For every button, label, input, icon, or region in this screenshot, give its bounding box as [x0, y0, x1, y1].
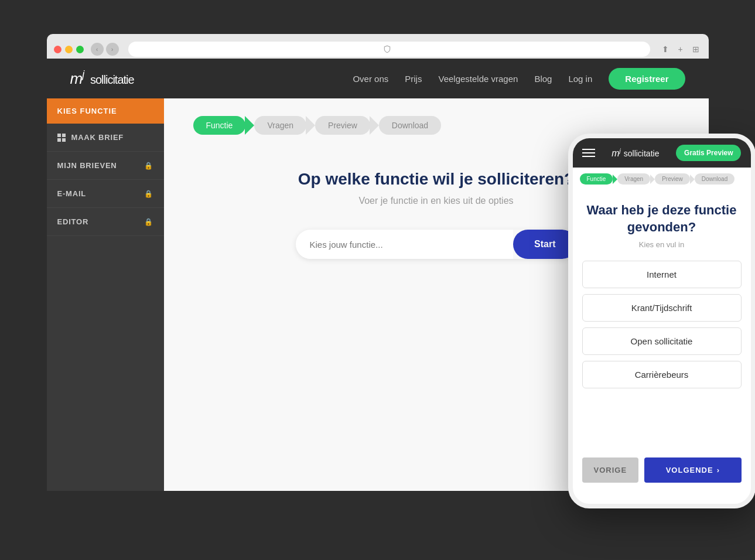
tab-icon[interactable]: ⊞ [690, 43, 702, 55]
logo-text: mj sollicitatie [70, 69, 134, 88]
close-dot[interactable] [54, 46, 62, 53]
nav-links: Over ons Prijs Veelgestelde vragen Blog … [353, 68, 685, 90]
mobile-navbar: mj sollicitatie Gratis Preview [573, 138, 751, 168]
bookmark-icon[interactable]: + [675, 43, 686, 55]
mobile-logo-script: mj [611, 148, 621, 158]
browser-window: ‹ › ⬆ + ⊞ mj sollicitatie Over ons Prijs [47, 34, 709, 491]
nav-login[interactable]: Log in [568, 74, 592, 84]
chevron-right-icon: › [717, 466, 720, 474]
vorige-button[interactable]: VORIGE [582, 457, 639, 483]
browser-dots [54, 46, 84, 53]
function-input[interactable] [296, 230, 514, 259]
mob-arrow-1 [613, 175, 617, 184]
logo: mj sollicitatie [70, 69, 134, 88]
sidebar-item-mijn-brieven[interactable]: MIJN BRIEVEN 🔒 [47, 152, 164, 180]
sidebar-header: KIES FUNCTIE [47, 98, 164, 124]
mobile-option-open[interactable]: Open sollicitatie [582, 327, 742, 355]
lock-icon-brieven: 🔒 [144, 162, 153, 170]
browser-actions: ⬆ + ⊞ [660, 43, 702, 55]
maximize-dot[interactable] [76, 46, 84, 53]
grid-icon [57, 134, 66, 142]
register-button[interactable]: Registreer [609, 68, 685, 90]
mobile-form: Waar heb je deze functie gevonden? Kies … [573, 190, 751, 406]
maak-brief-label: MAAK BRIEF [71, 133, 124, 142]
mobile-preview-button[interactable]: Gratis Preview [676, 145, 741, 161]
logo-brand: sollicitatie [90, 73, 134, 86]
mob-arrow-2 [650, 175, 655, 184]
sidebar: KIES FUNCTIE MAAK BRIEF MIJN BRIEVEN 🔒 [47, 98, 164, 491]
mijn-brieven-label: MIJN BRIEVEN [57, 161, 117, 170]
mob-step-vragen: Vragen [617, 173, 650, 185]
mobile-option-carriere[interactable]: Carrièrebeurs [582, 361, 742, 388]
volgende-button[interactable]: VOLGENDE › [644, 457, 741, 483]
nav-over-ons[interactable]: Over ons [353, 74, 388, 84]
mobile-device: mj sollicitatie Gratis Preview Functie V… [568, 134, 756, 508]
step-label-preview: Preview [315, 116, 370, 135]
email-label: E-MAIL [57, 189, 87, 198]
nav-blog[interactable]: Blog [534, 74, 552, 84]
step-label-download: Download [379, 116, 441, 135]
start-button[interactable]: Start [513, 230, 576, 259]
step-preview: Preview [315, 116, 370, 135]
mob-arrow-3 [690, 175, 695, 184]
step-arrow-1 [245, 116, 254, 135]
step-vragen: Vragen [254, 116, 306, 135]
lock-icon-editor: 🔒 [144, 218, 153, 226]
mob-step-download: Download [695, 173, 734, 185]
step-functie: Functie [193, 116, 246, 135]
hamburger-menu[interactable] [582, 149, 595, 157]
step-label-vragen: Vragen [254, 116, 306, 135]
mobile-option-internet[interactable]: Internet [582, 261, 742, 288]
back-button[interactable]: ‹ [91, 43, 104, 56]
mobile-bottom-buttons: VORIGE VOLGENDE › [573, 448, 751, 492]
step-arrow-2 [306, 116, 315, 135]
mobile-logo: mj sollicitatie [611, 147, 659, 159]
mobile-option-krant[interactable]: Krant/Tijdschrift [582, 294, 742, 322]
nav-faq[interactable]: Veelgestelde vragen [438, 74, 518, 84]
minimize-dot[interactable] [65, 46, 73, 53]
mobile-logo-text: sollicitatie [624, 149, 660, 158]
mobile-progress-bar: Functie Vragen Preview Download [573, 168, 751, 190]
nav-prijs[interactable]: Prijs [405, 74, 422, 84]
step-label-functie: Functie [193, 116, 246, 135]
logo-script: mj [70, 70, 84, 87]
mobile-form-subtitle: Kies en vul in [582, 240, 742, 249]
mob-step-preview: Preview [655, 173, 690, 185]
address-bar[interactable] [128, 42, 650, 57]
share-icon[interactable]: ⬆ [660, 43, 671, 55]
sidebar-item-email[interactable]: E-MAIL 🔒 [47, 180, 164, 208]
browser-nav: ‹ › [91, 43, 119, 56]
browser-chrome: ‹ › ⬆ + ⊞ [47, 34, 709, 59]
sidebar-item-maak-brief[interactable]: MAAK BRIEF [47, 124, 164, 152]
input-row: Start [296, 230, 577, 259]
mobile-form-title: Waar heb je deze functie gevonden? [582, 202, 742, 235]
step-arrow-3 [370, 116, 379, 135]
progress-bar: Functie Vragen Preview Download [193, 116, 679, 135]
step-download: Download [379, 116, 441, 135]
sidebar-item-editor[interactable]: EDITOR 🔒 [47, 208, 164, 236]
editor-label: EDITOR [57, 217, 89, 226]
mob-step-functie: Functie [580, 173, 613, 185]
lock-icon-email: 🔒 [144, 190, 153, 198]
forward-button[interactable]: › [106, 43, 119, 56]
navbar: mj sollicitatie Over ons Prijs Veelgeste… [47, 59, 709, 98]
